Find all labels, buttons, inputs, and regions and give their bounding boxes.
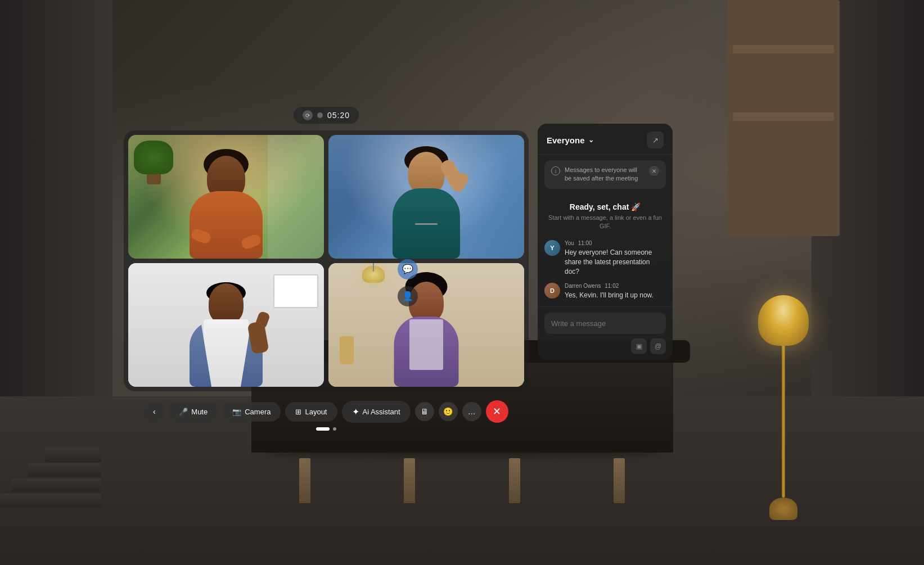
everyone-label: Everyone	[547, 135, 585, 145]
close-icon: ✕	[493, 405, 501, 418]
stairs	[0, 448, 101, 509]
stair-step	[11, 478, 101, 492]
chat-message-2: D Darren Owens 11:02 Yes, Kevin. I'll br…	[544, 283, 666, 300]
lamp-base	[769, 498, 797, 520]
chat-export-button[interactable]: ↗	[647, 132, 664, 148]
timer-text: 05:20	[327, 111, 350, 120]
avatar-you: Y	[544, 240, 560, 256]
dot-2	[333, 427, 336, 431]
person-2	[384, 141, 468, 259]
video-tile-4	[328, 263, 524, 387]
camera-icon: 📷	[232, 408, 241, 416]
person-4	[384, 269, 468, 387]
sender-name-2: Darren Owens	[565, 283, 601, 289]
chat-sidebar-button[interactable]: 💬	[398, 259, 418, 279]
stair-step	[45, 448, 101, 462]
message-content-2: Darren Owens 11:02 Yes, Kevin. I'll brin…	[565, 283, 653, 300]
lamp-pole	[782, 340, 785, 498]
refresh-icon: ⟳	[303, 110, 313, 120]
mute-label: Mute	[191, 408, 208, 416]
end-call-button[interactable]: ✕	[486, 400, 508, 423]
chevron-left-icon: ‹	[153, 407, 156, 416]
message-text-2: Yes, Kevin. I'll bring it up now.	[565, 291, 653, 300]
mention-button[interactable]: @	[650, 338, 666, 354]
video-tile-3	[128, 263, 324, 387]
chevron-down-icon: ⌄	[588, 136, 594, 144]
chat-input-wrapper[interactable]	[544, 313, 666, 334]
table-legs	[265, 458, 659, 503]
chat-messages: Y You 11:00 Hey everyone! Can someone sh…	[538, 237, 673, 306]
back-button[interactable]: ‹	[144, 401, 164, 422]
ai-icon: ✦	[352, 406, 359, 417]
gif-button[interactable]: ▣	[631, 338, 647, 354]
layout-button[interactable]: ⊞ Layout	[285, 402, 337, 422]
plant-decoration	[134, 141, 173, 186]
info-icon: i	[551, 166, 560, 175]
message-meta-1: You 11:00	[565, 240, 666, 246]
camera-button[interactable]: 📷 Camera	[222, 402, 281, 422]
page-dots	[124, 427, 529, 431]
chat-message-1: Y You 11:00 Hey everyone! Can someone sh…	[544, 240, 666, 277]
export-icon: ↗	[652, 136, 659, 144]
notice-text: Messages to everyone will be saved after…	[565, 166, 644, 183]
video-grid-container: ⟳ 05:20	[124, 107, 529, 431]
close-icon: ✕	[652, 168, 656, 174]
chat-notice: i Messages to everyone will be saved aft…	[544, 160, 666, 189]
floor-lamp	[761, 295, 806, 509]
record-dot	[317, 112, 323, 118]
table-leg	[404, 458, 415, 503]
chat-welcome-subtitle: Start with a message, a link or even a f…	[547, 214, 664, 231]
message-text-1: Hey everyone! Can someone share the late…	[565, 248, 666, 277]
message-time-2: 11:02	[605, 283, 619, 289]
microphone-icon: 🎤	[179, 408, 188, 416]
mute-button[interactable]: 🎤 Mute	[169, 402, 218, 422]
ai-assistant-label: Ai Assistant	[363, 408, 400, 416]
ai-assistant-button[interactable]: ✦ Ai Assistant	[342, 401, 411, 423]
stair-step	[28, 463, 101, 477]
timer-bar: ⟳ 05:20	[124, 107, 529, 124]
grid-icon: ⊞	[295, 408, 301, 416]
sender-name-1: You	[565, 240, 574, 246]
person-1	[181, 146, 271, 259]
chat-welcome: Ready, set, chat 🚀 Start with a message,…	[538, 195, 673, 237]
people-sidebar-button[interactable]: 👤	[398, 286, 418, 306]
chat-input-area: ▣ @	[538, 306, 673, 360]
emoji-icon: 🙂	[443, 407, 453, 416]
chat-message-input[interactable]	[551, 319, 659, 328]
video-tile-2	[328, 135, 524, 259]
chat-everyone-dropdown[interactable]: Everyone ⌄	[547, 135, 594, 145]
shelf-decoration	[727, 0, 840, 236]
chat-icon: 💬	[402, 264, 413, 274]
screen-button[interactable]: 🖥	[415, 402, 434, 421]
camera-label: Camera	[245, 408, 271, 416]
more-button[interactable]: …	[462, 402, 481, 421]
right-sidebar: 💬 👤	[398, 259, 418, 306]
table-leg	[299, 458, 310, 503]
table-leg	[509, 458, 520, 503]
chat-header: Everyone ⌄ ↗	[538, 124, 673, 155]
chat-welcome-title: Ready, set, chat 🚀	[547, 202, 664, 211]
notice-close-button[interactable]: ✕	[649, 166, 659, 176]
at-icon: @	[655, 342, 661, 350]
message-time-1: 11:00	[578, 240, 592, 246]
lamp-shade	[758, 295, 809, 346]
monitor-icon: 🖥	[421, 407, 429, 416]
table-leg	[614, 458, 625, 503]
message-content-1: You 11:00 Hey everyone! Can someone shar…	[565, 240, 666, 277]
video-tile-1	[128, 135, 324, 259]
chat-panel: Everyone ⌄ ↗ i Messages to everyone will…	[538, 124, 673, 360]
dot-1	[316, 427, 330, 431]
chat-input-actions: ▣ @	[544, 338, 666, 354]
video-grid	[124, 130, 529, 391]
window-light	[268, 135, 324, 259]
avatar-darren: D	[544, 283, 560, 299]
controls-bar: ‹ 🎤 Mute 📷 Camera ⊞ Layout ✦ Ai Assistan…	[124, 400, 529, 423]
gif-icon: ▣	[636, 342, 642, 350]
message-meta-2: Darren Owens 11:02	[565, 283, 653, 289]
timer-pill: ⟳ 05:20	[294, 107, 359, 124]
people-icon: 👤	[402, 291, 413, 301]
emoji-button[interactable]: 🙂	[439, 402, 458, 421]
stair-step	[0, 494, 101, 508]
layout-label: Layout	[305, 408, 327, 416]
more-icon: …	[468, 407, 476, 416]
